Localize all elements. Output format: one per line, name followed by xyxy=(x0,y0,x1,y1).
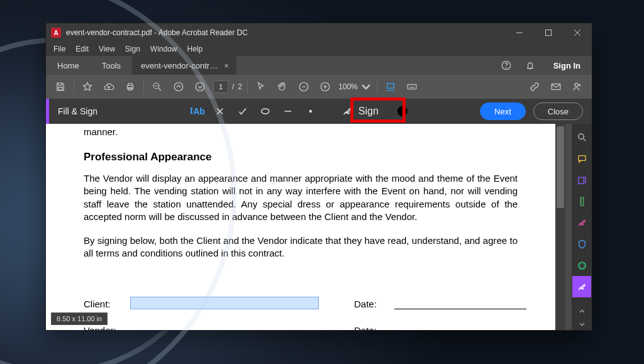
client-date-field[interactable] xyxy=(394,297,526,309)
rail-fill-sign-icon[interactable] xyxy=(572,276,591,297)
svg-point-15 xyxy=(262,109,269,114)
pdf-page[interactable]: manner. Professional Appearance The Vend… xyxy=(46,124,555,330)
tab-home[interactable]: Home xyxy=(46,56,91,75)
window-maximize-button[interactable] xyxy=(534,23,563,42)
hand-tool-icon[interactable] xyxy=(272,76,293,97)
svg-point-6 xyxy=(153,83,159,89)
zoom-level[interactable]: 100% xyxy=(338,81,372,92)
circle-tool[interactable] xyxy=(254,101,277,122)
cloud-upload-icon[interactable] xyxy=(98,76,119,97)
page-indicator: / 2 xyxy=(211,80,245,93)
svg-rect-11 xyxy=(387,84,394,89)
menubar: File Edit View Sign Window Help xyxy=(46,42,592,56)
tab-close-icon[interactable]: × xyxy=(221,61,231,70)
page-sep: / xyxy=(232,82,234,91)
add-text-tool[interactable]: IAb xyxy=(186,101,209,122)
sign-button-label: Sign xyxy=(358,106,379,117)
svg-point-17 xyxy=(578,133,584,139)
print-icon[interactable] xyxy=(119,76,141,97)
sign-in-button[interactable]: Sign In xyxy=(542,56,592,75)
section-heading: Professional Appearance xyxy=(84,151,518,163)
vendor-date-field[interactable] xyxy=(394,323,526,331)
tab-tools[interactable]: Tools xyxy=(91,56,132,75)
svg-point-16 xyxy=(309,110,313,113)
select-tool-icon[interactable] xyxy=(250,76,272,97)
menu-sign[interactable]: Sign xyxy=(120,43,145,55)
close-button[interactable]: Close xyxy=(533,102,583,120)
client-signature-field[interactable] xyxy=(130,297,319,309)
menu-window[interactable]: Window xyxy=(145,43,182,55)
menu-file[interactable]: File xyxy=(48,43,70,55)
fill-sign-label: Fill & Sign xyxy=(49,106,106,116)
check-mark-tool[interactable] xyxy=(231,101,254,122)
svg-point-8 xyxy=(196,82,204,91)
titlebar[interactable]: A event-vendor-contract.pdf - Adobe Acro… xyxy=(46,23,592,42)
svg-rect-12 xyxy=(408,84,416,89)
rail-measure-icon[interactable] xyxy=(572,190,591,212)
content-area: manner. Professional Appearance The Vend… xyxy=(46,124,592,330)
zoom-in-icon[interactable] xyxy=(314,76,336,97)
tab-document[interactable]: event-vendor-contr… × xyxy=(132,56,236,75)
svg-point-7 xyxy=(174,82,183,91)
menu-help[interactable]: Help xyxy=(182,43,208,55)
email-icon[interactable] xyxy=(545,76,567,97)
svg-rect-19 xyxy=(578,177,584,184)
page-dimensions-status: 8.50 x 11.00 in xyxy=(51,312,108,325)
paragraph-2: By signing below, both the Client and th… xyxy=(84,234,518,260)
rail-shield-icon[interactable] xyxy=(572,233,591,255)
person-icon[interactable] xyxy=(567,76,588,97)
save-icon[interactable] xyxy=(50,76,71,97)
svg-rect-4 xyxy=(128,85,133,89)
page-current-input[interactable] xyxy=(213,80,228,93)
zoom-out-icon[interactable] xyxy=(293,76,314,97)
tab-strip: Home Tools event-vendor-contr… × Sign In xyxy=(46,56,592,75)
help-icon[interactable] xyxy=(494,56,518,75)
window-close-button[interactable] xyxy=(563,23,592,42)
page-total: 2 xyxy=(238,82,242,91)
fit-width-icon[interactable] xyxy=(380,76,401,97)
rail-scroll-up-icon[interactable] xyxy=(572,305,591,317)
page-down-icon[interactable] xyxy=(189,76,211,97)
keyboard-icon[interactable] xyxy=(401,76,423,97)
dot-tool[interactable] xyxy=(299,101,322,122)
main-toolbar: / 2 100% xyxy=(46,75,592,99)
page-up-icon[interactable] xyxy=(168,76,189,97)
client-date-label: Date: xyxy=(354,299,394,309)
sign-button[interactable]: Sign xyxy=(335,102,386,121)
rail-scroll-down-icon[interactable] xyxy=(572,317,591,330)
vendor-signature-field[interactable] xyxy=(130,323,319,331)
vendor-date-label: Date: xyxy=(354,325,394,331)
rail-search-icon[interactable] xyxy=(572,126,591,148)
menu-view[interactable]: View xyxy=(94,43,120,55)
right-tool-rail xyxy=(572,124,592,330)
next-button[interactable]: Next xyxy=(480,102,526,120)
tab-document-label: event-vendor-contr… xyxy=(141,61,218,70)
rail-comment-icon[interactable] xyxy=(572,148,591,169)
paragraph-1: The Vendor will display an appearance an… xyxy=(84,172,518,223)
svg-rect-13 xyxy=(552,84,560,90)
zoom-out-find-icon[interactable] xyxy=(147,76,168,97)
scrollbar-thumb[interactable] xyxy=(557,126,564,208)
vertical-scrollbar[interactable] xyxy=(555,124,565,330)
notifications-icon[interactable] xyxy=(518,56,542,75)
color-swatch[interactable] xyxy=(397,106,408,116)
cross-mark-tool[interactable] xyxy=(209,101,231,122)
fill-sign-bar: Fill & Sign IAb Sign Next Close xyxy=(46,99,592,124)
svg-rect-20 xyxy=(580,197,583,206)
rail-optimize-icon[interactable] xyxy=(572,255,591,276)
fill-sign-accent xyxy=(46,99,49,124)
svg-point-2 xyxy=(506,67,506,68)
link-icon[interactable] xyxy=(524,76,545,97)
svg-point-14 xyxy=(575,83,578,86)
client-label: Client: xyxy=(84,299,130,309)
star-icon[interactable] xyxy=(77,76,98,97)
desktop-background: A event-vendor-contract.pdf - Adobe Acro… xyxy=(0,0,644,364)
rail-stamp-icon[interactable] xyxy=(572,169,591,190)
page-viewport[interactable]: manner. Professional Appearance The Vend… xyxy=(46,124,572,330)
rail-sign-pen-icon[interactable] xyxy=(572,212,591,233)
fill-sign-tools: IAb Sign xyxy=(186,101,408,122)
line-tool[interactable] xyxy=(277,101,299,122)
window-minimize-button[interactable] xyxy=(505,23,534,42)
menu-edit[interactable]: Edit xyxy=(70,43,94,55)
window-title: event-vendor-contract.pdf - Adobe Acroba… xyxy=(66,28,505,37)
